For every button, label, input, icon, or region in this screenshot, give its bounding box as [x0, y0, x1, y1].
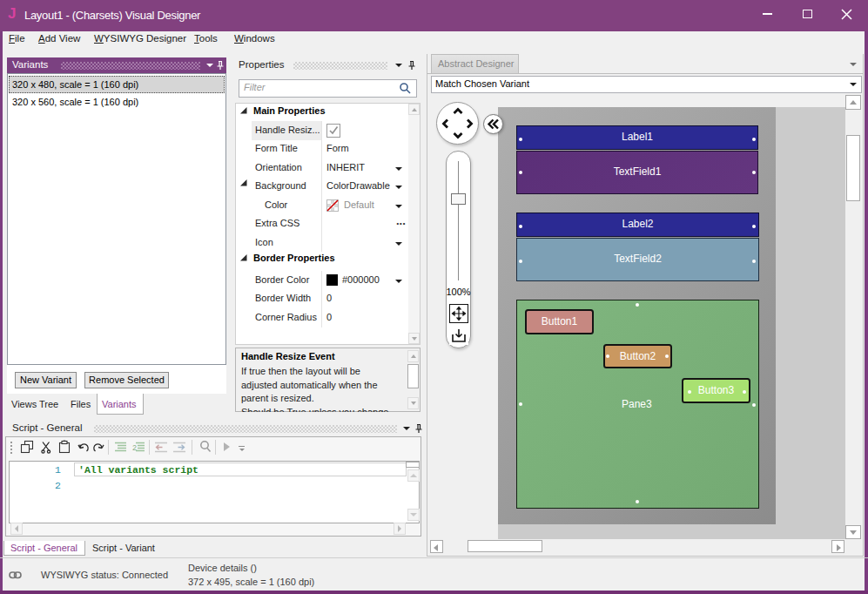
svg-text:2: 2 — [132, 443, 137, 452]
